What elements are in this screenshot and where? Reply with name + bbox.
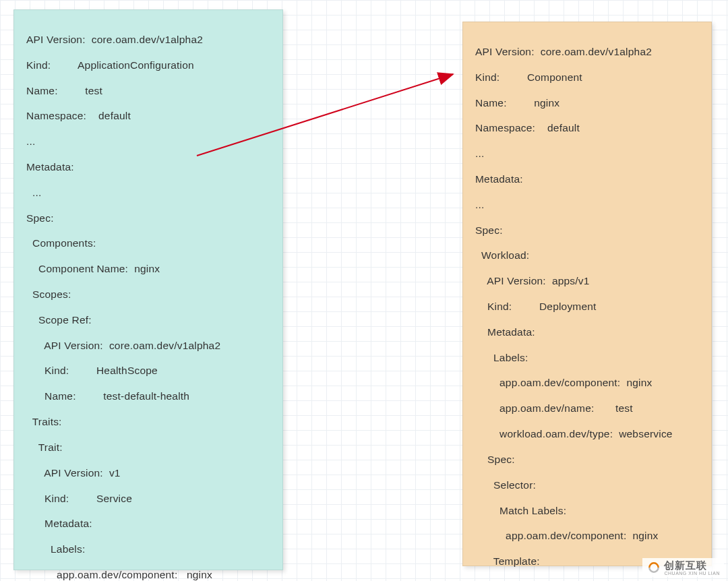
right-line: API Version: apps/v1: [475, 275, 699, 288]
right-line: app.oam.dev/name: test: [475, 402, 699, 415]
right-line: Kind: Component: [475, 71, 699, 84]
right-line: Name: nginx: [475, 97, 699, 110]
left-line: API Version: core.oam.dev/v1alpha2: [26, 340, 270, 353]
left-line: Scope Ref:: [26, 314, 270, 327]
left-line: Kind: ApplicationConfiguration: [26, 59, 270, 72]
left-line: Metadata:: [26, 161, 270, 174]
right-line: Namespace: default: [475, 122, 699, 135]
watermark: 创新互联 CHUANG XIN HU LIAN: [642, 558, 724, 577]
left-line: API Version: core.oam.dev/v1alpha2: [26, 34, 270, 47]
right-line: Metadata:: [475, 326, 699, 339]
right-line: Match Labels:: [475, 505, 699, 518]
left-line-component-name: Component Name: nginx: [26, 263, 270, 276]
right-line: Selector:: [475, 479, 699, 492]
right-line: Spec:: [475, 454, 699, 466]
right-line: ...: [475, 148, 699, 160]
left-line: Traits:: [26, 416, 270, 429]
right-line: Metadata:: [475, 173, 699, 186]
right-line: Kind: Deployment: [475, 301, 699, 313]
left-line: Components:: [26, 237, 270, 250]
left-line: Kind: HealthScope: [26, 365, 270, 377]
left-line: Name: test: [26, 85, 270, 98]
right-line: Labels:: [475, 352, 699, 365]
right-line: API Version: core.oam.dev/v1alpha2: [475, 46, 699, 59]
left-line: Labels:: [26, 543, 270, 556]
left-line: Spec:: [26, 212, 270, 225]
left-line: Scopes:: [26, 288, 270, 301]
right-line: Workload:: [475, 249, 699, 262]
left-line: Namespace: default: [26, 110, 270, 123]
watermark-sub: CHUANG XIN HU LIAN: [664, 571, 720, 576]
left-line: app.oam.dev/component: nginx: [26, 569, 270, 581]
left-line: ...: [26, 135, 270, 148]
watermark-text: 创新互联 CHUANG XIN HU LIAN: [664, 559, 720, 576]
watermark-main: 创新互联: [664, 559, 707, 571]
right-yaml-card: API Version: core.oam.dev/v1alpha2 Kind:…: [462, 22, 712, 566]
left-line: Name: test-default-health: [26, 390, 270, 403]
left-yaml-card: API Version: core.oam.dev/v1alpha2 Kind:…: [13, 9, 283, 570]
left-line: ...: [26, 187, 270, 200]
left-line: API Version: v1: [26, 467, 270, 480]
right-line: ...: [475, 199, 699, 212]
left-line: Metadata:: [26, 518, 270, 530]
right-line: Spec:: [475, 224, 699, 237]
left-line: Trait:: [26, 441, 270, 454]
right-line: app.oam.dev/component: nginx: [475, 530, 699, 543]
watermark-logo-icon: [646, 561, 661, 574]
left-line: Kind: Service: [26, 493, 270, 506]
right-line: app.oam.dev/component: nginx: [475, 377, 699, 390]
right-line: workload.oam.dev/type: webservice: [475, 428, 699, 441]
